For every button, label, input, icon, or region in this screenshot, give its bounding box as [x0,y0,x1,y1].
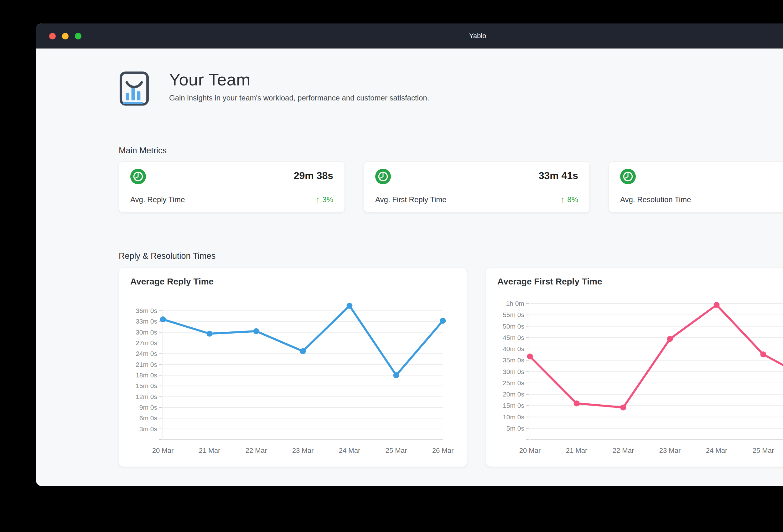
titlebar: Yablo [36,24,783,48]
metrics-heading: Main Metrics [119,145,783,156]
y-tick-label: 10m 0s [503,413,524,421]
data-point [714,302,720,308]
y-tick-label: 33m 0s [136,318,157,325]
charts-row: Average Reply Time 36m 0s33m 0s30m 0s27m… [119,268,783,467]
x-tick-label: 24 Mar [339,446,360,454]
y-tick-label: 50m 0s [503,323,524,330]
y-tick-label: 30m 0s [136,329,157,336]
data-point [760,352,766,357]
x-tick-label: 25 Mar [753,446,774,454]
x-tick-label: 21 Mar [566,446,587,454]
metric-label: Avg. Reply Time [130,195,185,204]
y-tick-label: 12m 0s [136,393,157,400]
metric-label: Avg. First Reply Time [375,195,447,204]
team-insights-icon [119,70,150,107]
clock-icon [375,169,391,184]
x-tick-label: 22 Mar [613,446,634,454]
page-subtitle: Gain insights in your team's workload, p… [169,94,429,102]
metric-card-avg-first-reply-time: 33m 41s Avg. First Reply Time ↑ 8% [364,162,590,212]
y-tick-label: - [155,436,157,443]
x-tick-label: 25 Mar [385,446,407,454]
y-tick-label: 6m 0s [139,414,157,422]
window-title: Yablo [36,32,783,40]
data-point [574,401,580,406]
data-point [527,353,533,359]
chart-line [163,306,443,375]
x-tick-label: 20 Mar [152,446,174,454]
header-text: Your Team Gain insights in your team's w… [169,70,429,102]
chart-card-average-first-reply-time: Average First Reply Time 1h 0m55m 0s50m … [486,268,783,467]
chart-line [530,305,783,407]
up-arrow-icon: ↑ [316,196,320,203]
metric-value: 33m 41s [539,170,578,181]
x-tick-label: 22 Mar [246,446,267,454]
average-first-reply-time-chart: 1h 0m55m 0s50m 0s45m 0s40m 0s35m 0s30m 0… [497,291,783,454]
data-point [300,348,306,354]
y-tick-label: 5m 0s [506,425,524,432]
metric-delta: ↑ 8% [561,195,578,204]
data-point [347,303,353,308]
y-tick-label: 9m 0s [139,404,157,411]
x-tick-label: 26 Mar [432,446,453,454]
data-point [440,318,446,324]
y-tick-label: 18m 0s [136,371,157,379]
x-tick-label: 21 Mar [199,446,220,454]
y-tick-label: 27m 0s [136,339,157,346]
app-window: Yablo Your Team Gain insights in your te… [36,24,783,486]
y-tick-label: 45m 0s [503,334,524,341]
y-tick-label: 35m 0s [503,357,524,364]
charts-heading: Reply & Resolution Times [119,251,783,261]
y-tick-label: 1h 0m [506,300,524,307]
metric-value: 29m 38s [294,170,333,181]
metric-delta-value: 8% [567,195,578,204]
metric-card-avg-reply-time: 29m 38s Avg. Reply Time ↑ 3% [119,162,345,212]
data-point [394,372,399,378]
average-reply-time-chart: 36m 0s33m 0s30m 0s27m 0s24m 0s21m 0s18m … [130,291,456,454]
metric-delta: ↑ 3% [316,195,333,204]
data-point [621,405,626,410]
y-tick-label: 15m 0s [503,402,524,409]
y-tick-label: 15m 0s [136,382,157,389]
data-point [253,328,259,334]
chart-title: Average First Reply Time [497,276,783,287]
clock-icon [620,169,636,184]
x-tick-label: 20 Mar [519,446,540,454]
y-tick-label: - [522,436,524,443]
page-title: Your Team [169,70,429,89]
y-tick-label: 30m 0s [503,368,524,375]
chart-title: Average Reply Time [130,276,456,287]
clock-icon [130,169,146,184]
page-header: Your Team Gain insights in your team's w… [119,70,783,107]
y-tick-label: 40m 0s [503,345,524,353]
x-tick-label: 23 Mar [292,446,314,454]
y-tick-label: 21m 0s [136,361,157,368]
x-tick-label: 23 Mar [659,446,681,454]
chart-card-average-reply-time: Average Reply Time 36m 0s33m 0s30m 0s27m… [119,268,467,467]
metric-card-avg-resolution-time: Avg. Resolution Time ↑ [608,162,783,212]
data-point [207,331,213,337]
x-tick-label: 24 Mar [706,446,727,454]
y-tick-label: 25m 0s [503,379,524,387]
main-content: Your Team Gain insights in your team's w… [36,48,783,467]
y-tick-label: 24m 0s [136,350,157,357]
metrics-row: 29m 38s Avg. Reply Time ↑ 3% 33m 41s Avg… [119,162,783,212]
data-point [667,336,673,342]
y-tick-label: 3m 0s [139,425,157,432]
data-point [160,317,166,322]
metric-delta-value: 3% [322,195,333,204]
y-tick-label: 20m 0s [503,391,524,398]
y-tick-label: 55m 0s [503,311,524,318]
up-arrow-icon: ↑ [561,196,565,203]
metric-label: Avg. Resolution Time [620,195,691,204]
y-tick-label: 36m 0s [136,307,157,314]
